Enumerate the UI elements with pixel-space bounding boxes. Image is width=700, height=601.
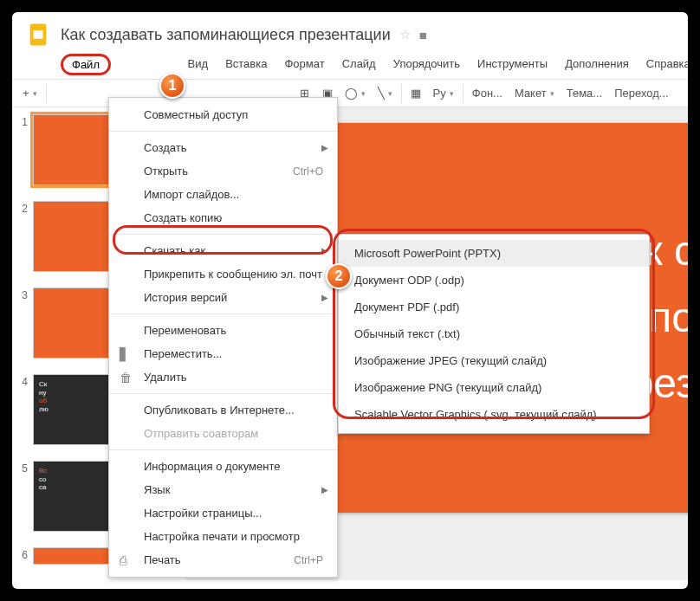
menu-import[interactable]: Импорт слайдов... (109, 183, 337, 206)
input-tool[interactable]: Ру▾ (428, 83, 459, 103)
export-png[interactable]: Изображение PNG (текущий слайд) (339, 374, 649, 401)
menu-tools[interactable]: Инструменты (469, 54, 556, 75)
line-icon[interactable]: ╲▾ (373, 83, 398, 103)
comment-icon[interactable]: ▦ (405, 83, 426, 103)
menu-arrange[interactable]: Упорядочить (385, 54, 469, 75)
menu-format[interactable]: Формат (275, 54, 333, 75)
menu-share[interactable]: Совместный доступ (109, 103, 337, 126)
menu-copy[interactable]: Создать копию (109, 206, 337, 229)
export-pdf[interactable]: Документ PDF (.pdf) (339, 294, 649, 320)
file-menu-dropdown: Совместный доступ Создать▶ ОткрытьCtrl+O… (108, 97, 338, 578)
star-icon[interactable]: ☆ (399, 27, 411, 42)
svg-rect-1 (34, 30, 43, 38)
menubar: Файл Изменить Вид Вставка Формат Слайд У… (12, 52, 688, 79)
menu-version-history[interactable]: История версий▶ (109, 286, 337, 309)
menu-download-as[interactable]: Скачать как▶ (109, 239, 337, 262)
menu-language[interactable]: Язык▶ (109, 478, 337, 501)
export-odp[interactable]: Документ ODP (.odp) (339, 267, 649, 294)
menu-delete[interactable]: 🗑Удалить (109, 365, 337, 389)
slides-logo (23, 19, 54, 50)
menu-doc-info[interactable]: Информация о документе (109, 455, 337, 478)
theme-button[interactable]: Тема... (561, 83, 607, 103)
export-svg[interactable]: Scalable Vector Graphics (.svg, текущий … (339, 401, 649, 428)
menu-page-setup[interactable]: Настройки страницы... (109, 501, 337, 525)
folder-icon: ▋ (120, 347, 129, 361)
shape-icon[interactable]: ◯▾ (340, 83, 371, 103)
menu-send-collab: Отправить соавторам (109, 422, 337, 445)
menu-print[interactable]: ⎙ПечатьCtrl+P (109, 548, 337, 572)
menu-publish[interactable]: Опубликовать в Интернете... (109, 398, 337, 422)
export-pptx[interactable]: Microsoft PowerPoint (PPTX) (339, 240, 649, 267)
menu-attach-email[interactable]: Прикрепить к сообщению эл. почты (109, 262, 337, 286)
callout-badge-1: 1 (159, 73, 185, 99)
doc-title[interactable]: Как создавать запоминающиеся презентации (61, 26, 391, 44)
menu-help[interactable]: Справка (638, 54, 688, 75)
menu-rename[interactable]: Переименовать (109, 319, 337, 342)
download-as-submenu: Microsoft PowerPoint (PPTX) Документ ODP… (338, 234, 650, 434)
transition-button[interactable]: Переход... (609, 83, 673, 103)
menu-open[interactable]: ОткрытьCtrl+O (109, 159, 337, 183)
menu-print-preview[interactable]: Настройка печати и просмотр (109, 525, 337, 548)
export-jpeg[interactable]: Изображение JPEG (текущий слайд) (339, 347, 649, 374)
background-button[interactable]: Фон... (467, 83, 508, 103)
folder-icon[interactable]: ■ (419, 28, 427, 42)
menu-file[interactable]: Файл (61, 54, 111, 75)
menu-new[interactable]: Создать▶ (109, 136, 337, 159)
menu-insert[interactable]: Вставка (217, 54, 275, 75)
menu-addons[interactable]: Дополнения (556, 54, 638, 75)
menu-view[interactable]: Вид (179, 54, 217, 75)
menu-slide[interactable]: Слайд (334, 54, 385, 75)
menu-move[interactable]: ▋Переместить... (109, 342, 337, 365)
callout-badge-2: 2 (326, 263, 352, 289)
new-slide-button[interactable]: +▾ (17, 83, 42, 103)
trash-icon: 🗑 (120, 371, 132, 385)
export-txt[interactable]: Обычный текст (.txt) (339, 320, 649, 347)
layout-button[interactable]: Макет▾ (509, 83, 560, 103)
print-icon: ⎙ (120, 553, 126, 567)
